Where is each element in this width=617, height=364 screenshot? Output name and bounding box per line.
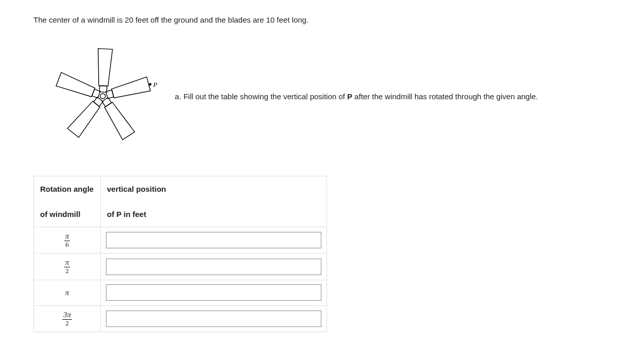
input-cell [101, 280, 327, 305]
input-cell [101, 305, 327, 332]
svg-marker-9 [96, 48, 113, 86]
question-a-suffix: after the windmill has rotated through t… [352, 92, 538, 101]
header-vertical-position: vertical position of P in feet [101, 176, 327, 227]
angle-plain: π [65, 288, 69, 297]
question-a-prefix: a. Fill out the table showing the vertic… [175, 92, 347, 101]
angle-den: 2 [64, 267, 70, 275]
svg-point-10 [100, 94, 105, 99]
windmill-diagram: P [44, 37, 162, 155]
svg-marker-3 [102, 101, 135, 140]
input-cell [101, 253, 327, 280]
answer-input-3[interactable] [106, 284, 321, 301]
angle-num: 3π [62, 311, 72, 320]
header-col1-line1: Rotation angle [40, 184, 94, 194]
angle-cell: 3π2 [34, 305, 101, 332]
angle-den: 2 [62, 320, 72, 327]
header-rotation-angle: Rotation angle of windmill [34, 176, 101, 227]
svg-marker-5 [67, 100, 102, 138]
answer-input-4[interactable] [106, 311, 321, 327]
table-row: 3π2 [34, 305, 327, 332]
answer-input-2[interactable] [106, 259, 321, 275]
angle-num: π [64, 232, 70, 241]
figure-row: P a. Fill out the table showing the vert… [44, 37, 584, 155]
answer-input-1[interactable] [106, 232, 321, 248]
header-col1-line2: of windmill [40, 209, 94, 220]
header-col2-line1: vertical position [107, 184, 320, 194]
table-row: π2 [34, 253, 327, 280]
question-a: a. Fill out the table showing the vertic… [175, 92, 538, 101]
svg-marker-1 [111, 77, 151, 101]
angle-cell: π6 [34, 227, 101, 253]
input-cell [101, 227, 327, 253]
answer-table: Rotation angle of windmill vertical posi… [33, 176, 327, 332]
angle-cell: π2 [34, 253, 101, 280]
table-row: π [34, 280, 327, 305]
question-a-bold: P [347, 92, 352, 101]
svg-marker-7 [56, 72, 96, 99]
problem-intro: The center of a windmill is 20 feet off … [33, 15, 584, 24]
table-row: π6 [34, 227, 327, 253]
angle-num: π [64, 259, 70, 267]
svg-rect-6 [92, 89, 100, 98]
angle-den: 6 [64, 241, 70, 248]
svg-point-11 [149, 83, 152, 86]
point-p-label: P [153, 81, 157, 88]
angle-cell: π [34, 280, 101, 305]
header-col2-line2: of P in feet [107, 209, 320, 220]
